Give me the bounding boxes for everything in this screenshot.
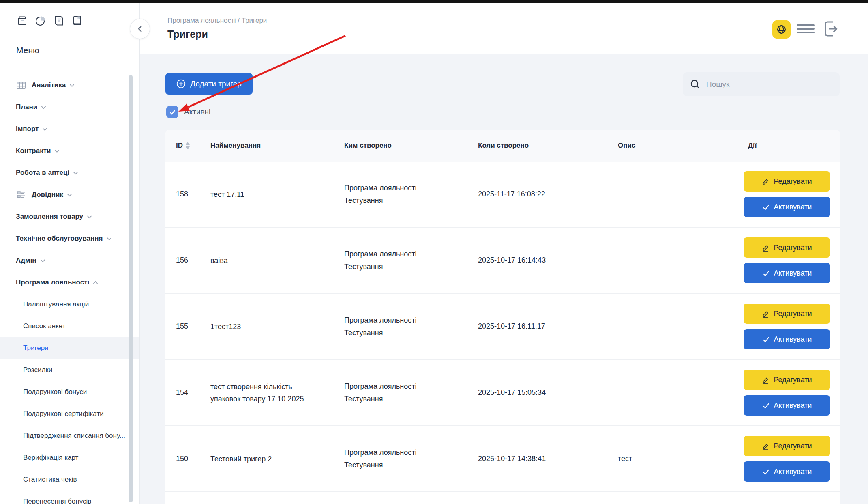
cell-name: тест 17.11 xyxy=(210,188,312,200)
window-top-bar xyxy=(0,0,868,3)
archive-icon[interactable] xyxy=(16,15,28,27)
cell-created-by: Програма лояльностіТестування xyxy=(344,446,478,472)
sidebar-item-bonus-transfer[interactable]: Перенесення бонусів xyxy=(0,491,139,504)
add-trigger-button[interactable]: Додати тригер xyxy=(165,73,253,95)
sidebar-item-card-verification[interactable]: Верифікація карт xyxy=(0,447,139,469)
sidebar-item-admin[interactable]: Адмін xyxy=(0,250,139,271)
cell-actions: Редагувати Активувати xyxy=(739,370,830,416)
pie-chart-icon[interactable] xyxy=(34,15,47,27)
activate-button[interactable]: Активувати xyxy=(744,461,830,482)
sidebar-item-import[interactable]: Імпорт xyxy=(0,118,139,140)
sidebar-item-gift-certificates[interactable]: Подарункові сертифікати xyxy=(0,403,139,425)
pencil-icon xyxy=(762,376,769,384)
sidebar-scrollbar[interactable] xyxy=(129,75,133,502)
sidebar-item-contracts[interactable]: Контракти xyxy=(0,140,139,162)
sidebar-item-questionnaires[interactable]: Список анкет xyxy=(0,315,139,337)
table-header-row: ID Найменування Ким створено Коли створе… xyxy=(165,130,840,162)
cell-actions: Редагувати Активувати xyxy=(739,304,830,349)
sidebar-item-receipt-statistics[interactable]: Статистика чеків xyxy=(0,469,139,491)
chevron-down-icon xyxy=(40,259,45,263)
chevron-down-icon xyxy=(69,84,75,87)
edit-button[interactable]: Редагувати xyxy=(744,436,830,456)
chevron-up-icon xyxy=(93,281,98,284)
table-body: 158 тест 17.11 Програма лояльностіТестув… xyxy=(165,162,840,492)
sidebar-item-bonus-writeoff-confirmation[interactable]: Підтвердження списання бону... xyxy=(0,425,139,447)
sidebar-item-plans[interactable]: Плани xyxy=(0,96,139,118)
chevron-left-icon xyxy=(138,25,142,32)
sidebar-item-analytics[interactable]: Аналітика xyxy=(0,74,139,96)
chevron-down-icon xyxy=(107,237,112,241)
sort-icon[interactable] xyxy=(186,142,190,149)
active-filter: Активні xyxy=(166,106,210,118)
sidebar-item-gift-bonuses[interactable]: Подарункові бонуси xyxy=(0,381,139,403)
sidebar-item-pharmacy-work[interactable]: Робота в аптеці xyxy=(0,162,139,184)
book-icon[interactable] xyxy=(71,15,83,27)
chevron-down-icon xyxy=(54,149,60,153)
check-icon xyxy=(762,402,770,409)
table-row: 154 тест створення кількість упаковок то… xyxy=(165,360,840,426)
cell-id: 150 xyxy=(176,454,210,463)
sidebar-item-goods-order[interactable]: Замовлення товару xyxy=(0,206,139,228)
sidebar-collapse-button[interactable] xyxy=(130,19,150,39)
pencil-icon xyxy=(762,310,769,318)
activate-button[interactable]: Активувати xyxy=(744,395,830,416)
sidebar-item-maintenance[interactable]: Технічне обслуговування xyxy=(0,228,139,250)
sidebar-item-loyalty-program[interactable]: Програма лояльності xyxy=(0,271,139,293)
edit-button[interactable]: Редагувати xyxy=(744,237,830,258)
column-header-id[interactable]: ID xyxy=(176,142,210,150)
plus-circle-icon xyxy=(176,79,186,88)
chevron-down-icon xyxy=(42,127,47,131)
table-row: 156 ваіва Програма лояльностіТестування … xyxy=(165,228,840,294)
sidebar: Меню Аналітика Плани xyxy=(0,3,140,504)
language-button[interactable] xyxy=(772,20,791,39)
list-icon xyxy=(16,190,26,200)
sidebar-menu-title: Меню xyxy=(16,45,39,55)
cell-created-at: 2025-10-17 16:11:17 xyxy=(478,322,618,331)
activate-button[interactable]: Активувати xyxy=(744,197,830,217)
cell-actions: Редагувати Активувати xyxy=(739,237,830,283)
sidebar-item-directory[interactable]: Довідник xyxy=(0,184,139,206)
cell-id: 156 xyxy=(176,256,210,265)
check-icon xyxy=(762,336,770,343)
app-window: Меню Аналітика Плани xyxy=(0,0,868,504)
edit-button[interactable]: Редагувати xyxy=(744,171,830,192)
cell-id: 154 xyxy=(176,388,210,397)
main-area: Програма лояльності / Тригери Тригери xyxy=(140,3,868,504)
cell-created-by: Програма лояльностіТестування xyxy=(344,314,478,339)
table-row: 150 Тестовий тригер 2 Програма лояльност… xyxy=(165,426,840,492)
cell-created-by: Програма лояльностіТестування xyxy=(344,182,478,207)
content-area: Додати тригер Активні ID xyxy=(140,54,868,504)
activate-button[interactable]: Активувати xyxy=(744,263,830,283)
column-header-actions: Дії xyxy=(739,142,830,150)
breadcrumb[interactable]: Програма лояльності / Тригери xyxy=(167,17,267,25)
page-title: Тригери xyxy=(167,28,208,40)
chevron-down-icon xyxy=(87,215,92,219)
sidebar-item-promo-settings[interactable]: Налаштування акцій xyxy=(0,293,139,315)
hamburger-menu-icon[interactable] xyxy=(797,24,815,33)
chevron-down-icon xyxy=(67,193,72,197)
chevron-down-icon xyxy=(73,171,78,175)
active-filter-checkbox[interactable] xyxy=(166,106,178,118)
cell-created-at: 2025-10-17 14:38:41 xyxy=(478,454,618,463)
check-icon xyxy=(762,468,770,476)
search-input[interactable] xyxy=(706,80,832,89)
cell-name: тест створення кількість упаковок товару… xyxy=(210,381,312,405)
edit-button[interactable]: Редагувати xyxy=(744,370,830,390)
column-header-name: Найменування xyxy=(210,142,344,150)
sidebar-item-mailings[interactable]: Розсилки xyxy=(0,359,139,381)
page-header: Програма лояльності / Тригери Тригери xyxy=(140,3,868,54)
check-icon xyxy=(762,203,770,211)
logout-icon[interactable] xyxy=(822,19,840,38)
cell-created-at: 2025-10-17 15:05:34 xyxy=(478,388,618,397)
edit-button[interactable]: Редагувати xyxy=(744,304,830,324)
cell-id: 155 xyxy=(176,322,210,331)
document-icon[interactable] xyxy=(53,15,65,27)
activate-button[interactable]: Активувати xyxy=(744,329,830,349)
pencil-icon xyxy=(762,442,769,450)
sidebar-item-triggers[interactable]: Тригери xyxy=(0,337,139,359)
cell-description: тест xyxy=(618,454,739,463)
cell-name: Тестовий тригер 2 xyxy=(210,453,312,465)
cell-created-by: Програма лояльностіТестування xyxy=(344,248,478,273)
search-box xyxy=(683,72,840,96)
column-header-created-at: Коли створено xyxy=(478,142,618,150)
